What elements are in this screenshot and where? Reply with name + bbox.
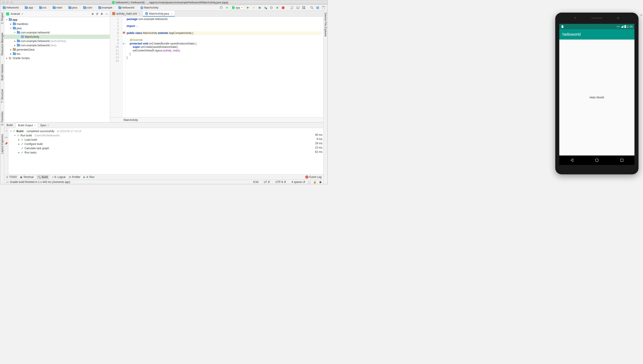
memory-indicator[interactable]: ⬚	[308, 180, 310, 184]
battery-icon	[624, 25, 626, 28]
run-tool-tab[interactable]: ▶ 4: Run	[83, 176, 94, 179]
editor-area: activity_main.xml×CMainActivity.java× 12…	[110, 11, 323, 122]
todo-tool-tab[interactable]: ☰ TODO	[6, 176, 17, 179]
minimize-window-button[interactable]	[6, 1, 9, 4]
terminal-tool-tab[interactable]: ▣ Terminal	[20, 176, 33, 179]
layout-captures-tool-tab[interactable]: Layout Captures	[1, 133, 4, 155]
settings-gear-icon[interactable]: ⚙	[101, 12, 103, 16]
build-panel-tabs: Build: Build Output× Sync×	[4, 122, 323, 128]
line-separator[interactable]: LF ⇵	[261, 180, 270, 184]
stop-button[interactable]	[281, 5, 286, 10]
resource-manager-tool-tab[interactable]: Resource Manager	[1, 32, 4, 56]
caret-position[interactable]: 6:54	[253, 180, 259, 184]
project-view-selector[interactable]: Android	[11, 12, 20, 16]
tree-row[interactable]: ▶🐘Gradle Scripts	[4, 56, 110, 60]
recents-button[interactable]	[620, 158, 624, 162]
tree-row[interactable]: ▼com.example.helloworld	[4, 30, 110, 34]
breadcrumb-item[interactable]: helloworld〉	[117, 6, 139, 10]
tree-row[interactable]: CMainActivity	[4, 34, 110, 39]
tree-row[interactable]: ▶res	[4, 52, 110, 56]
build-timings: 40 ms9 ms29 ms23 ms62 ms	[313, 128, 323, 174]
window-title: helloworld [~/helloworld] - .../app/src/…	[13, 1, 327, 4]
tree-row[interactable]: ▶com.example.helloworld (test)	[4, 43, 110, 48]
project-structure-button[interactable]	[315, 5, 320, 10]
run-button[interactable]	[246, 5, 250, 10]
svg-rect-14	[316, 6, 319, 7]
zoom-window-button[interactable]	[10, 1, 13, 4]
make-project-button[interactable]	[219, 5, 224, 10]
pin-icon[interactable]: 📌	[5, 142, 8, 145]
hide-panel-icon[interactable]: —	[105, 12, 108, 16]
tree-row[interactable]: ▼app	[4, 18, 110, 22]
coverage-button[interactable]	[263, 5, 268, 10]
svg-point-13	[311, 6, 313, 8]
build-variants-tool-tab[interactable]: Build Variants	[1, 63, 4, 81]
sync-gradle-button[interactable]	[225, 5, 230, 10]
tree-row[interactable]: ▼java	[4, 26, 110, 30]
file-encoding[interactable]: UTF-8 ⇵	[273, 180, 286, 184]
breadcrumb-item[interactable]: app〉	[24, 6, 38, 10]
toggle-view-icon[interactable]: ▭	[5, 136, 8, 139]
breadcrumb-item[interactable]: java〉	[67, 6, 82, 10]
breadcrumb-item[interactable]: main〉	[52, 6, 67, 10]
expand-toolbar-button[interactable]	[321, 5, 326, 10]
indent-setting[interactable]: 4 spaces ⇵	[289, 180, 305, 184]
apply-changes-button[interactable]	[251, 5, 256, 10]
debug-button[interactable]	[257, 5, 262, 10]
build-tool-tab[interactable]: 🔨 Build	[37, 175, 49, 179]
scroll-from-source-icon[interactable]: ⊕	[92, 12, 94, 16]
build-output-tree[interactable]: ▼✔Build: completed successfully at 2019-…	[8, 128, 313, 174]
back-button[interactable]	[570, 158, 574, 162]
editor-breadcrumb-bar: MainActivity	[110, 117, 323, 122]
tree-row[interactable]: ▶generatedJava	[4, 48, 110, 52]
tree-row[interactable]: ▶com.example.helloworld (androidTest)	[4, 39, 110, 43]
svg-rect-0	[220, 7, 222, 8]
breadcrumb-item[interactable]: src〉	[38, 6, 51, 10]
project-tree[interactable]: ▼app▶manifests▼java▼com.example.hellowor…	[4, 17, 110, 122]
code-content[interactable]: package com.example.helloworld;import ..…	[125, 17, 323, 117]
inspection-icon[interactable]: ◉	[319, 180, 321, 184]
svg-rect-11	[302, 8, 304, 9]
resource-manager-button[interactable]	[301, 5, 306, 10]
tree-row[interactable]: ▶manifests	[4, 22, 110, 26]
device-file-explorer-tab[interactable]: Device File Explorer	[324, 12, 327, 38]
attach-debugger-button[interactable]	[275, 5, 280, 10]
emulator-close-button[interactable]: ✕	[640, 14, 642, 17]
editor-tab[interactable]: activity_main.xml×	[110, 11, 143, 16]
search-everywhere-button[interactable]	[309, 5, 314, 10]
sync-tab[interactable]: Sync×	[38, 123, 51, 128]
build-panel-toolbar: ↗ ▭ 📌	[4, 128, 8, 174]
sdk-manager-button[interactable]	[295, 5, 300, 10]
run-configuration-selector[interactable]: app ▼	[230, 6, 245, 10]
svg-rect-16	[316, 8, 319, 9]
avd-manager-button[interactable]	[290, 5, 295, 10]
favorites-tool-tab[interactable]: 2: Favorites	[1, 110, 4, 126]
status-bar: ▭ Gradle build finished in 1 s 443 ms (m…	[4, 180, 323, 184]
app-title: helloworld	[562, 32, 581, 37]
project-tool-tab[interactable]: 1: Project	[1, 12, 4, 25]
code-editor[interactable]: 123567891011121314 ⬚●↑ package com.examp…	[110, 17, 323, 117]
emulator-screen[interactable]: LTE 2:15 helloworld Hello World!	[559, 24, 634, 165]
breadcrumb-item[interactable]: example〉	[97, 6, 117, 10]
profile-button[interactable]	[269, 5, 274, 10]
editor-tab[interactable]: CMainActivity.java×	[143, 11, 175, 16]
event-log-button[interactable]: 2 Event Log	[305, 176, 321, 179]
breadcrumb-item[interactable]: CMainActivity	[139, 6, 159, 10]
build-output-tab[interactable]: Build Output×	[16, 123, 38, 128]
breadcrumb-item[interactable]: helloworld〉	[2, 6, 23, 10]
svg-rect-5	[282, 6, 284, 9]
close-tab-icon[interactable]: ×	[171, 12, 172, 15]
close-tab-icon[interactable]: ×	[139, 12, 140, 15]
svg-rect-20	[625, 25, 626, 26]
logcat-tool-tab[interactable]: ≡ 6: Logcat	[52, 176, 66, 179]
collapse-all-icon[interactable]: ⇵	[96, 12, 98, 16]
home-button[interactable]	[595, 158, 599, 162]
profiler-tool-tab[interactable]: ◔ Profiler	[69, 176, 80, 179]
close-window-button[interactable]	[2, 1, 5, 4]
bottom-tool-strip: ☰ TODO ▣ Terminal 🔨 Build ≡ 6: Logcat ◔ …	[4, 174, 323, 180]
breadcrumb-item[interactable]: com〉	[82, 6, 97, 10]
rerun-build-icon[interactable]: ↗	[5, 130, 8, 132]
svg-rect-18	[322, 6, 325, 7]
structure-tool-tab[interactable]: 7: Structure	[1, 88, 4, 104]
android-icon	[6, 12, 9, 16]
